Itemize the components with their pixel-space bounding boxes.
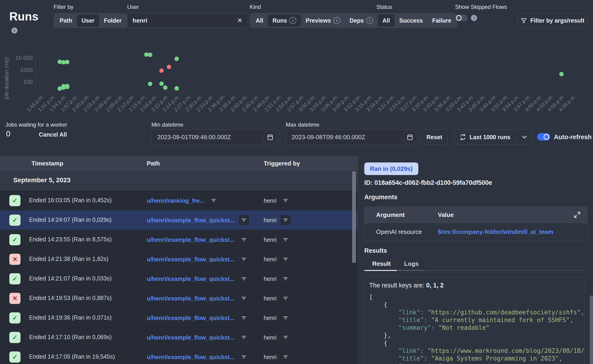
arguments-column-argument: Argument (376, 211, 438, 219)
run-triggered-by: henri (264, 273, 277, 284)
column-triggered-by: Triggered by (264, 160, 300, 167)
run-path-link[interactable]: u/henri/example_flow_quickst... (147, 351, 235, 363)
success-run-dot[interactable] (559, 72, 564, 76)
success-run-dot[interactable] (159, 81, 164, 86)
run-path-link[interactable]: u/henri/ranking_fre... (147, 195, 204, 206)
max-datetime-input[interactable]: 2023-09-08T09:46:00.000Z (286, 130, 419, 145)
max-datetime-calendar-icon[interactable] (403, 131, 416, 143)
result-json-code: [ { "link": "https://github.com/deadbeef… (369, 293, 580, 364)
table-row[interactable]: ✓Ended 16:03:05 (Ran in 0,452s)u/henri/r… (0, 191, 357, 210)
run-path-cell: u/henri/example_flow_quickst... (147, 332, 249, 343)
run-path-cell: u/henri/example_flow_quickst... (147, 254, 249, 265)
table-header: Timestamp Path Triggered by (0, 156, 357, 170)
run-triggered-by-cell: henri (264, 195, 291, 206)
success-run-dot[interactable] (148, 82, 152, 86)
run-path-link[interactable]: u/henri/example_flow_quickst... (147, 254, 235, 265)
run-path-link[interactable]: u/henri/example_flow_quickst... (147, 234, 235, 245)
filter-by-path-icon[interactable] (239, 313, 249, 323)
table-scrollbar[interactable] (352, 171, 356, 263)
success-run-dot[interactable] (163, 85, 167, 90)
filter-by-user-icon[interactable] (280, 215, 291, 225)
filter-by-path-icon[interactable] (239, 332, 249, 343)
success-run-dot[interactable] (174, 86, 179, 91)
result-keys-prefix: The result keys are: (369, 282, 426, 289)
tab-result[interactable]: Result (372, 260, 391, 267)
run-path-link[interactable]: u/henri/example_flow_quickst... (147, 293, 235, 304)
filter-by-path-icon[interactable] (239, 215, 249, 225)
arguments-table: Argument Value OpenAI resource $res:f/co… (364, 207, 587, 241)
filter-by-path-icon[interactable] (239, 274, 249, 284)
filter-by-user-icon[interactable] (280, 352, 291, 362)
filter-by-user-icon[interactable] (280, 195, 291, 206)
run-path-cell: u/henri/example_flow_quickst... (147, 312, 249, 324)
filter-by-user-icon[interactable] (280, 274, 291, 284)
run-triggered-by: henri (264, 312, 277, 324)
run-path-cell: u/henri/ranking_fre... (147, 195, 219, 206)
success-run-dot[interactable] (174, 57, 179, 61)
chevron-down-icon[interactable] (517, 134, 532, 141)
table-row[interactable]: ✓Ended 14:21:07 (Ran in 0,033s)u/henri/e… (0, 269, 357, 289)
run-path-link[interactable]: u/henri/example_flow_quickst... (147, 273, 235, 284)
table-row[interactable]: ✓Ended 14:23:55 (Ran in 8,575s)u/henri/e… (0, 230, 357, 249)
run-path-cell: u/henri/example_flow_quickst... (147, 351, 249, 363)
tab-logs[interactable]: Logs (404, 260, 419, 267)
result-keys-values: 0, 1, 2 (426, 282, 444, 289)
run-triggered-by-cell: henri (264, 312, 291, 324)
success-run-dot[interactable] (148, 52, 152, 57)
run-triggered-by: henri (264, 351, 277, 363)
filter-by-path-icon[interactable] (239, 234, 249, 245)
arguments-table-header: Argument Value (364, 207, 587, 223)
filter-by-user-icon[interactable] (280, 234, 291, 245)
status-failure-icon: ✕ (9, 254, 20, 265)
y-tick-label: 10 000 (7, 55, 33, 61)
filter-by-path-icon[interactable] (239, 352, 249, 362)
arguments-column-value: Value (438, 211, 454, 219)
filter-by-path-icon[interactable] (239, 254, 249, 264)
success-run-dot[interactable] (65, 85, 69, 89)
filter-by-user-icon[interactable] (280, 313, 291, 323)
run-timestamp: Ended 14:23:55 (Ran in 8,575s) (29, 236, 112, 243)
run-path-link[interactable]: u/henri/example_flow_quickst... (147, 214, 235, 226)
table-row[interactable]: ✕Ended 14:21:38 (Ran in 1,82s)u/henri/ex… (0, 249, 357, 269)
x-axis-line (35, 91, 593, 91)
table-row[interactable]: ✓Ended 14:17:05 (Ran in 19,545s)u/henri/… (0, 347, 357, 364)
date-group-label: September 5, 2023 (13, 176, 71, 184)
filter-by-path-icon[interactable] (239, 293, 249, 304)
filter-by-user-icon[interactable] (280, 293, 291, 304)
min-datetime-input[interactable]: 2023-09-01T09:46:00.000Z (152, 130, 279, 145)
result-keys-line: The result keys are: 0, 1, 2 (369, 282, 580, 289)
job-duration-chart: job duration (ms) 10 0001000100 1:48 p.m… (0, 0, 593, 123)
panel-scrollbar[interactable] (590, 296, 593, 364)
run-path-link[interactable]: u/henri/example_flow_quickst... (147, 332, 235, 343)
min-datetime-value: 2023-09-01T09:46:00.000Z (157, 134, 231, 141)
filter-by-path-icon[interactable] (208, 195, 219, 206)
date-group-row: September 5, 2023 (0, 170, 357, 191)
jobs-waiting-count: 0 (6, 130, 10, 138)
y-axis-label: job duration (ms) (3, 57, 10, 99)
table-row[interactable]: ✓Ended 14:19:36 (Ran in 0,071s)u/henri/e… (0, 308, 357, 328)
tabs-divider (425, 270, 585, 271)
run-triggered-by: henri (264, 214, 277, 226)
last-runs-button[interactable]: Last 1000 runs (454, 130, 532, 145)
run-timestamp: Ended 14:21:07 (Ran in 0,033s) (29, 275, 112, 282)
run-triggered-by-cell: henri (264, 234, 291, 245)
cancel-all-button[interactable]: Cancel All (39, 131, 67, 138)
active-tab-underline (364, 270, 397, 271)
failure-run-dot[interactable] (167, 65, 171, 69)
expand-icon[interactable] (573, 211, 581, 219)
table-rows: ✓Ended 16:03:05 (Ran in 0,452s)u/henri/r… (0, 191, 357, 364)
filter-by-user-icon[interactable] (280, 332, 291, 343)
min-datetime-calendar-icon[interactable] (264, 131, 277, 143)
table-row[interactable]: ✕Ended 14:19:53 (Ran in 0,887s)u/henri/e… (0, 289, 357, 308)
success-run-dot[interactable] (65, 60, 69, 64)
reset-button[interactable]: Reset (421, 130, 448, 145)
table-row[interactable]: ✓Ended 14:17:10 (Ran in 0,069s)u/henri/e… (0, 328, 357, 347)
run-triggered-by-cell: henri (264, 332, 291, 343)
failure-run-dot[interactable] (159, 68, 164, 73)
filter-by-user-icon[interactable] (280, 254, 291, 264)
table-row[interactable]: ✓Ended 14:24:07 (Ran in 0,029s)u/henri/e… (0, 210, 357, 230)
run-path-link[interactable]: u/henri/example_flow_quickst... (147, 312, 235, 324)
auto-refresh-toggle[interactable] (537, 133, 550, 141)
argument-value-link[interactable]: $res:f/company-folder/windmill_ai_team (438, 228, 553, 235)
run-triggered-by: henri (264, 254, 277, 265)
